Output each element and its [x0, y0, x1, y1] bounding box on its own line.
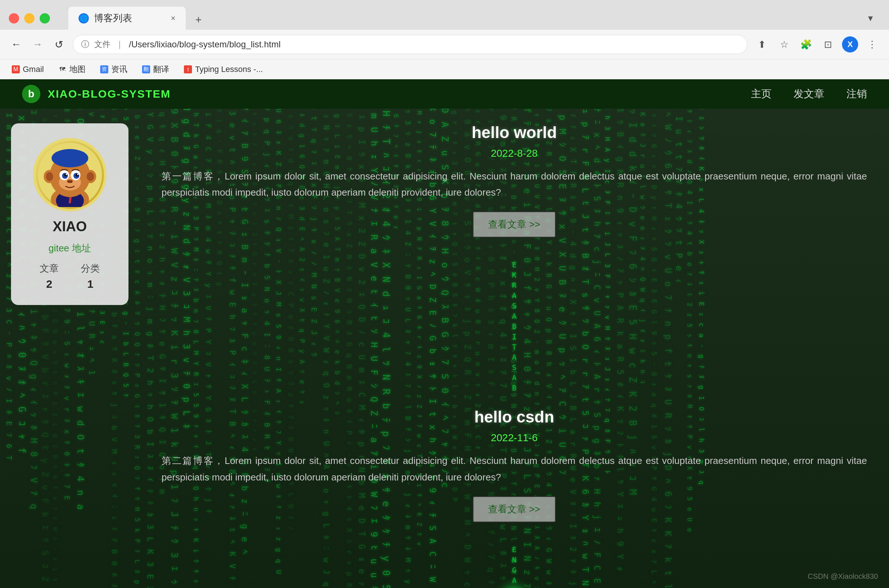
avatar-container	[33, 138, 106, 212]
tab-title: 博客列表	[94, 12, 132, 25]
bookmark-maps-label: 地图	[69, 64, 85, 75]
share-icon[interactable]: ⬆	[754, 36, 770, 52]
new-tab-button[interactable]: +	[192, 10, 205, 30]
nav-logo: b	[22, 85, 40, 103]
avatar-svg	[38, 143, 102, 207]
sidebar-stats: 文章 2 分类 1	[22, 262, 117, 290]
tab-favicon-symbol: 🌐	[79, 14, 88, 22]
matrix-divider-2: ENGA	[162, 544, 867, 588]
svg-point-10	[87, 172, 94, 181]
nav-logout-link[interactable]: 注销	[846, 87, 867, 101]
blog-list: hello world 2022-8-28 第一篇博客，Lorem ipsum …	[139, 109, 889, 588]
bookmark-gmail[interactable]: M Gmail	[9, 63, 46, 76]
stat-categories-value: 1	[87, 278, 94, 290]
tab-favicon: 🌐	[78, 13, 89, 24]
news-icon: 资	[100, 65, 108, 74]
sidebar-username: XIAO	[53, 219, 87, 234]
active-tab[interactable]: 🌐 博客列表 ×	[68, 7, 186, 30]
user-initial: X	[847, 40, 853, 49]
bookmark-news-label: 资讯	[111, 64, 127, 75]
stat-categories: 分类 1	[81, 262, 100, 290]
sidebar-card: XIAO gitee 地址 文章 2 分类 1	[11, 123, 129, 305]
app-nav: b XIAO-BLOG-SYSTEM 主页 发文章 注销	[0, 79, 889, 109]
post-2-date: 2022-11-6	[491, 432, 538, 444]
matrix-divider-1: EKRASABITASAB	[162, 260, 867, 393]
svg-point-21	[67, 181, 70, 183]
matrix-chars-2: ENGA	[512, 544, 516, 585]
gmail-icon: M	[12, 65, 20, 74]
bookmark-translate[interactable]: 翻 翻译	[139, 62, 172, 76]
sidebar-toggle-icon[interactable]: ⊡	[820, 36, 836, 52]
post-2-title: hello csdn	[474, 408, 554, 426]
svg-point-8	[46, 172, 53, 181]
nav-brand: XIAO-BLOG-SYSTEM	[48, 88, 751, 100]
svg-rect-24	[52, 154, 87, 162]
close-window-button[interactable]	[9, 13, 19, 24]
tab-bar: 🌐 博客列表 × +	[68, 7, 861, 30]
nav-home-link[interactable]: 主页	[751, 87, 772, 101]
bookmark-translate-label: 翻译	[153, 64, 169, 75]
blog-post-2: hello csdn 2022-11-6 第二篇博客，Lorem ipsum d…	[162, 408, 867, 522]
stat-articles-value: 2	[46, 278, 52, 290]
browser-titlebar: 🌐 博客列表 × + ▾	[0, 0, 889, 30]
maps-icon: 🗺	[58, 65, 66, 74]
back-button[interactable]: ←	[9, 37, 24, 52]
minimize-window-button[interactable]	[24, 13, 34, 24]
post-1-excerpt: 第一篇博客，Lorem ipsum dolor sit, amet consec…	[162, 168, 867, 200]
bookmark-news[interactable]: 资 资讯	[97, 62, 130, 76]
address-protocol: 文件	[94, 39, 111, 50]
matrix-chars-1: EKRASABITASAB	[512, 260, 516, 393]
nav-post-link[interactable]: 发文章	[793, 87, 825, 101]
reload-button[interactable]: ↺	[51, 37, 66, 52]
bookmark-icon[interactable]: ☆	[776, 36, 792, 52]
address-url[interactable]: /Users/lixiao/blog-system/blog_list.html	[129, 39, 739, 50]
maximize-window-button[interactable]	[40, 13, 50, 24]
nav-links: 主页 发文章 注销	[751, 87, 867, 101]
post-2-excerpt: 第二篇博客，Lorem ipsum dolor sit, amet consec…	[162, 453, 867, 485]
forward-button[interactable]: →	[30, 37, 45, 52]
sidebar: XIAO gitee 地址 文章 2 分类 1	[0, 109, 139, 588]
post-1-title: hello world	[472, 123, 557, 142]
bookmark-typing[interactable]: t Typing Lessons -...	[181, 63, 266, 76]
bookmark-maps[interactable]: 🗺 地图	[55, 62, 88, 76]
svg-point-22	[70, 181, 72, 183]
browser-chrome: 🌐 博客列表 × + ▾ ← → ↺ ⓘ 文件 ｜ /Users/lixiao/…	[0, 0, 889, 79]
app-wrapper: b XIAO-BLOG-SYSTEM 主页 发文章 注销 ﾀ ﾇ ｻ 2 2 R…	[0, 79, 889, 588]
bookmarks-bar: M Gmail 🗺 地图 资 资讯 翻 翻译 t Typing Lessons …	[0, 59, 889, 79]
post-2-read-button[interactable]: 查看文章 >>	[473, 496, 556, 522]
stat-articles: 文章 2	[40, 262, 59, 290]
main-content: ﾀ ﾇ ｻ 2 2 R s o E J X g k ﾆ k ﾀ Q M 2 ｽ …	[0, 109, 889, 588]
user-avatar-chrome[interactable]: X	[842, 36, 858, 52]
user-avatar	[36, 141, 104, 209]
stat-categories-label: 分类	[81, 262, 100, 275]
extensions-icon[interactable]: 🧩	[798, 36, 814, 52]
svg-point-18	[66, 174, 67, 175]
browser-toolbar: ← → ↺ ⓘ 文件 ｜ /Users/lixiao/blog-system/b…	[0, 30, 889, 59]
svg-point-19	[77, 174, 78, 175]
nav-logo-letter: b	[28, 88, 34, 100]
blog-post-1: hello world 2022-8-28 第一篇博客，Lorem ipsum …	[162, 123, 867, 237]
address-separator: ｜	[115, 39, 124, 50]
bookmark-gmail-label: Gmail	[23, 64, 43, 74]
browser-menu-icon[interactable]: ⋮	[864, 36, 880, 52]
stat-articles-label: 文章	[40, 262, 59, 275]
gitee-link[interactable]: gitee 地址	[48, 242, 91, 255]
traffic-lights	[9, 13, 50, 24]
address-bar[interactable]: ⓘ 文件 ｜ /Users/lixiao/blog-system/blog_li…	[73, 35, 747, 54]
post-1-read-button[interactable]: 查看文章 >>	[473, 212, 556, 237]
toolbar-icons: ⬆ ☆ 🧩 ⊡ X ⋮	[754, 36, 880, 52]
tab-menu-arrow[interactable]: ▾	[868, 12, 873, 24]
tab-close-button[interactable]: ×	[171, 14, 175, 23]
translate-icon: 翻	[142, 65, 150, 74]
post-1-date: 2022-8-28	[491, 147, 538, 159]
address-security-icon: ⓘ	[81, 39, 89, 50]
bookmark-typing-label: Typing Lessons -...	[195, 64, 263, 74]
typing-icon: t	[184, 65, 192, 74]
